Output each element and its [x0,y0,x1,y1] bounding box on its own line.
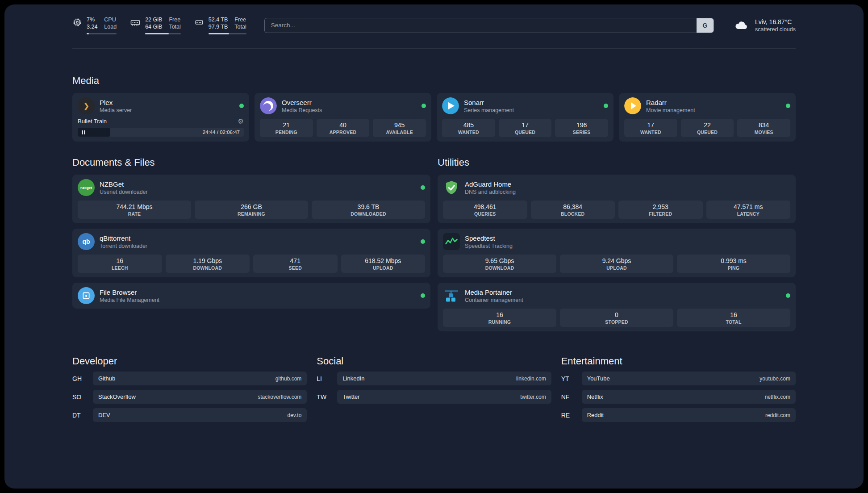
portainer-stat-stopped: 0STOPPED [560,309,673,327]
ram-label2: Total [169,23,180,30]
radarr-stat-movies: 834MOVIES [737,119,790,137]
weather-location: Lviv, 16.87°C [755,18,796,25]
nzbget-stat-downloaded: 39.6 TBDOWNLOADED [312,201,425,219]
service-card-radarr[interactable]: Radarr Movie management 17WANTED 22QUEUE… [619,93,796,142]
bookmark-abbr: GH [72,375,93,382]
status-dot [786,104,790,108]
bookmark-twitter[interactable]: Twitter twitter.com [337,390,551,404]
bookmark-abbr: NF [561,393,582,401]
service-card-adguard[interactable]: AdGuard Home DNS and adblocking 498,461Q… [438,175,796,223]
bookmark-abbr: TW [317,393,337,401]
service-desc: Torrent downloader [100,243,147,249]
plex-icon: ❯ [78,97,95,114]
sonarr-stat-wanted: 485WANTED [442,119,495,137]
service-name: Sonarr [464,99,514,106]
cpu-icon [72,17,82,27]
overseerr-icon [260,97,277,114]
status-dot [421,293,425,298]
section-title-documents: Documents & Files [72,157,430,168]
service-card-nzbget[interactable]: nzbget NZBGet Usenet downloader 744.21 M… [72,175,430,223]
service-desc: Media File Management [100,297,159,303]
overseerr-stat-approved: 40APPROVED [317,119,370,137]
service-name: Media Portainer [465,288,523,296]
ram-bar [145,33,181,35]
cpu-label: CPU [104,16,117,23]
ram-icon [130,17,141,28]
search-input[interactable] [265,18,697,33]
service-name: Speedtest [465,234,513,242]
radarr-icon [624,97,641,114]
sonarr-icon [442,97,459,114]
adguard-stat-latency: 47.571 msLATENCY [706,201,791,219]
qbittorrent-stat-leech: 16LEECH [78,255,162,273]
qbittorrent-icon: qb [78,233,95,250]
weather-widget: Lviv, 16.87°C scattered clouds [732,18,796,33]
overseerr-stat-pending: 21PENDING [260,119,313,137]
sonarr-stat-queued: 17QUEUED [499,119,552,137]
service-card-plex[interactable]: ❯ Plex Media server Bullet Train ⚙ 24:44… [72,93,249,142]
service-desc: Speedtest Tracking [465,243,513,249]
status-dot [421,104,426,108]
bookmark-group-entertainment: Entertainment YT YouTube youtube.com NF … [561,331,796,422]
service-card-qbittorrent[interactable]: qb qBittorrent Torrent downloader 16LEEC… [72,229,430,277]
cpu-widget: 7% 3.24 CPU Load [72,16,117,34]
pause-icon[interactable] [82,128,85,137]
qbittorrent-stat-download: 1.19 GbpsDOWNLOAD [166,255,250,273]
bookmark-abbr: RE [561,412,582,419]
media-grid: ❯ Plex Media server Bullet Train ⚙ 24:44… [72,93,796,142]
service-name: Overseerr [282,99,322,106]
status-dot [786,293,790,298]
speedtest-icon [443,233,460,250]
status-dot [239,104,244,108]
now-playing-title: Bullet Train [78,118,107,125]
service-card-portainer[interactable]: Media Portainer Container management 16R… [438,283,796,331]
weather-condition: scattered clouds [755,26,796,33]
bookmark-dev[interactable]: DEV dev.to [93,408,307,422]
bookmark-abbr: YT [561,375,582,382]
bookmark-linkedin[interactable]: LinkedIn linkedin.com [337,372,551,385]
bookmark-group-developer: Developer GH Github github.com SO StackO… [72,331,307,422]
radarr-stat-wanted: 17WANTED [624,119,677,137]
bookmark-youtube[interactable]: YouTube youtube.com [582,372,796,385]
gear-icon[interactable]: ⚙ [238,118,244,125]
filebrowser-icon [78,287,95,304]
bookmark-group-social: Social LI LinkedIn linkedin.com TW Twitt… [317,331,551,404]
bookmark-netflix[interactable]: Netflix netflix.com [582,390,796,404]
search-provider-button[interactable]: G [697,18,714,33]
ram-free: 22 GiB [145,16,162,23]
service-name: qBittorrent [100,234,147,242]
overseerr-stat-available: 945AVAILABLE [373,119,426,137]
service-desc: Media server [100,107,132,113]
bookmark-stackoverflow[interactable]: StackOverflow stackoverflow.com [93,390,307,404]
service-card-sonarr[interactable]: Sonarr Series management 485WANTED 17QUE… [437,93,613,142]
status-dot [604,104,608,108]
service-card-overseerr[interactable]: Overseerr Media Requests 21PENDING 40APP… [255,93,431,142]
playback-progress-bar[interactable]: 24:44 / 02:06:47 [78,128,244,137]
disk-bar [209,33,246,35]
portainer-icon [443,287,460,304]
portainer-stat-running: 16RUNNING [443,309,556,327]
service-name: AdGuard Home [465,180,516,188]
status-dot [421,185,425,190]
service-card-speedtest[interactable]: Speedtest Speedtest Tracking 9.65 GbpsDO… [438,229,796,277]
section-title-entertainment: Entertainment [561,355,796,367]
adguard-icon [443,179,460,196]
disk-label: Free [234,16,246,23]
divider [72,49,796,49]
top-bar: 7% 3.24 CPU Load 22 GiB [72,16,796,34]
bookmark-github[interactable]: Github github.com [93,372,307,385]
disk-free: 52.4 TB [209,16,228,23]
section-title-utilities: Utilities [438,157,796,168]
speedtest-stat-upload: 9.24 GbpsUPLOAD [560,255,673,273]
utilities-column: Utilities AdGuard Home DNS and adblockin… [438,142,796,331]
ram-total: 64 GiB [145,23,162,30]
service-card-filebrowser[interactable]: File Browser Media File Management [72,283,430,309]
section-title-social: Social [317,355,551,367]
bookmark-abbr: DT [72,412,93,419]
cpu-label2: Load [104,23,117,30]
bookmark-reddit[interactable]: Reddit reddit.com [582,408,796,422]
nzbget-stat-rate: 744.21 MbpsRATE [78,201,191,219]
search-bar: G [264,18,714,33]
qbittorrent-stat-seed: 471SEED [253,255,338,273]
disk-icon [194,17,204,27]
